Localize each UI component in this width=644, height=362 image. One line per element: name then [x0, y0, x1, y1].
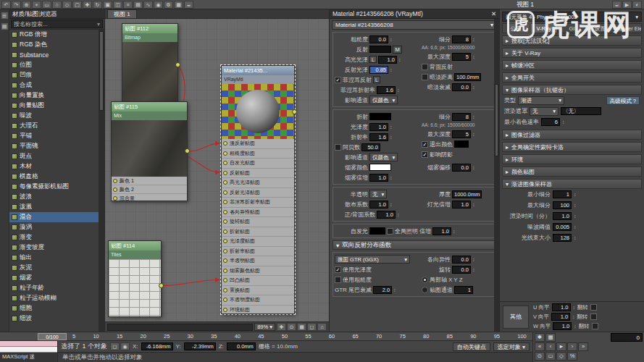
max-subdivs-field[interactable]: 100	[553, 201, 572, 209]
node-title[interactable]: 贴图 #115	[112, 102, 187, 111]
map-channel-field[interactable]: 1	[454, 286, 473, 294]
map-type-item[interactable]: 位图	[9, 60, 99, 70]
spinner-icon[interactable]: ↕	[574, 224, 577, 230]
go-start-icon[interactable]: «	[535, 342, 545, 351]
material-slot[interactable]: 置换贴图	[222, 286, 294, 296]
rollout-header[interactable]: ▸关于 V-Ray	[502, 48, 642, 58]
node-title[interactable]: 贴图 #112	[122, 24, 177, 33]
light-mult-field[interactable]: 1.0	[452, 201, 471, 209]
browser-scrollbar[interactable]	[99, 30, 104, 332]
sampler-type-dropdown[interactable]: 渐进▾	[518, 96, 564, 105]
map-type-item[interactable]: 渐变坡度	[9, 243, 99, 253]
rollout-header[interactable]: ▸图像过滤器	[502, 130, 642, 140]
zoom-extents-icon[interactable]: ▦	[297, 323, 306, 331]
close-icon[interactable]: ✕	[491, 9, 496, 18]
map-type-item[interactable]: RGB 染色	[9, 40, 99, 50]
uvw-tiling-field[interactable]: 1.0	[551, 313, 570, 321]
params-scrollbar[interactable]	[494, 19, 499, 332]
render-tab[interactable]: 公用	[502, 23, 530, 33]
spinner-icon[interactable]: ↕	[390, 37, 393, 42]
map-type-item[interactable]: 噪波	[9, 111, 99, 121]
material-slot[interactable]: 自发光贴图	[222, 159, 294, 169]
gtr-falloff-field[interactable]: 2.0	[373, 286, 392, 294]
spinner-icon[interactable]: ↕	[472, 54, 475, 59]
thickness-field[interactable]: 1000.0mm	[452, 190, 482, 198]
spinner-icon[interactable]: ↕	[390, 125, 393, 130]
material-slot[interactable]: 光泽度贴图	[222, 237, 294, 247]
slot-socket[interactable]	[113, 188, 117, 192]
node-title[interactable]: Material #21435...	[222, 66, 294, 75]
select-link-icon[interactable]: ⊕	[22, 1, 31, 9]
node-bitmap-112[interactable]: 贴图 #112 Bitmap	[122, 23, 178, 103]
spinner-icon[interactable]: ↕	[390, 202, 393, 207]
status-field[interactable]	[107, 324, 253, 331]
map-type-item[interactable]: 向量置换	[9, 90, 99, 101]
slot-socket[interactable]	[223, 200, 227, 204]
slot-socket[interactable]	[223, 230, 227, 234]
material-slot[interactable]: 折射贴图	[222, 227, 294, 237]
material-slot[interactable]: 反射贴图	[222, 169, 294, 179]
spinner-icon[interactable]: ↕	[574, 203, 577, 208]
unlink-icon[interactable]: ⌖	[32, 1, 41, 9]
rollout-header[interactable]: ▸全局开关	[502, 72, 642, 83]
slot-socket[interactable]	[223, 151, 227, 156]
slot-socket[interactable]	[223, 239, 227, 243]
map-type-item[interactable]: 向量贴图	[9, 101, 99, 111]
snap-toggle-icon[interactable]: ▭	[545, 352, 556, 361]
map-type-item[interactable]: 灰泥	[9, 263, 99, 273]
render-tab[interactable]: Render Elem	[614, 23, 642, 33]
selection-set-dropdown[interactable]: 选定对象 ▾	[493, 342, 530, 351]
render-mask-dropdown[interactable]: 无▾	[530, 107, 559, 116]
min-shading-rate-field[interactable]: 6	[541, 118, 560, 126]
viewport-shading-icon[interactable]: ◐	[632, 1, 642, 9]
slot-socket[interactable]	[223, 171, 227, 175]
affect-channels-dropdown[interactable]: 仅颜色▾	[369, 153, 398, 161]
map-type-item[interactable]: 平铺	[9, 131, 99, 141]
ray-bundle-field[interactable]: 128	[553, 234, 572, 242]
flip-checkbox[interactable]	[592, 323, 598, 329]
listener-row[interactable]	[0, 347, 57, 353]
map-type-item[interactable]: 粒子运动模糊	[9, 293, 99, 303]
auto-key-button[interactable]: 自动关键点	[453, 342, 490, 351]
map-type-item[interactable]: 棋盘格	[9, 172, 99, 182]
select-region-icon[interactable]: ▢	[72, 1, 82, 9]
spinner-icon[interactable]: ↕	[397, 212, 400, 217]
spinner-icon[interactable]: ↕	[472, 114, 475, 119]
subdivs-field[interactable]: 8	[452, 113, 471, 121]
rotate-icon[interactable]: ↻	[93, 1, 102, 9]
axis-x[interactable]: X	[448, 277, 452, 283]
material-slot[interactable]: 折射率贴图	[222, 247, 294, 257]
rollout-header[interactable]: ▸环境	[502, 154, 642, 164]
dim-distance-checkbox[interactable]	[422, 74, 428, 80]
translucency-dropdown[interactable]: 无▾	[369, 190, 387, 198]
pan-icon[interactable]: ✚	[277, 323, 286, 331]
slot-socket[interactable]	[223, 298, 227, 302]
exit-color-swatch[interactable]	[454, 140, 469, 148]
home-icon[interactable]: ⌂	[317, 323, 327, 331]
map-type-item[interactable]: 每像素摄影机贴图	[9, 182, 99, 192]
map-type-item[interactable]: 凹痕	[9, 70, 99, 80]
spinner-icon[interactable]: ↕	[472, 85, 475, 90]
refract-color-swatch[interactable]	[369, 113, 391, 120]
prev-frame-icon[interactable]: ‹	[545, 342, 556, 351]
reflect-gloss-field[interactable]: 0.85	[369, 66, 388, 74]
render-tab[interactable]: GI	[559, 23, 586, 33]
slot-socket[interactable]	[113, 196, 117, 201]
spinner-icon[interactable]: ↕	[574, 214, 577, 219]
x-coordinate-field[interactable]: -6.168mm	[141, 342, 173, 350]
render-time-field[interactable]: 1.0	[553, 212, 572, 220]
affect-channels-dropdown[interactable]: 仅颜色▾	[369, 96, 398, 104]
use-roughness-checkbox[interactable]	[335, 277, 341, 283]
sampler-rollout-header[interactable]: ▾图像采样器（抗锯齿）	[502, 85, 642, 95]
spinner-icon[interactable]: ↕	[453, 229, 456, 234]
min-subdivs-field[interactable]: 1	[553, 190, 572, 198]
align-icon[interactable]: ≡	[123, 1, 133, 9]
material-slot[interactable]: 菲涅耳折射率贴图	[222, 198, 294, 208]
material-slot[interactable]: 环境贴图	[222, 306, 294, 316]
zoom-icon[interactable]: ⊙	[287, 323, 296, 331]
spinner-icon[interactable]: ↕	[574, 235, 577, 240]
dock-icon[interactable]: ▤	[1, 22, 9, 30]
map-type-item[interactable]: 漩涡	[9, 222, 99, 232]
select-object-icon[interactable]: ○	[52, 1, 62, 9]
dim-falloff-field[interactable]: 0.0	[452, 83, 471, 91]
